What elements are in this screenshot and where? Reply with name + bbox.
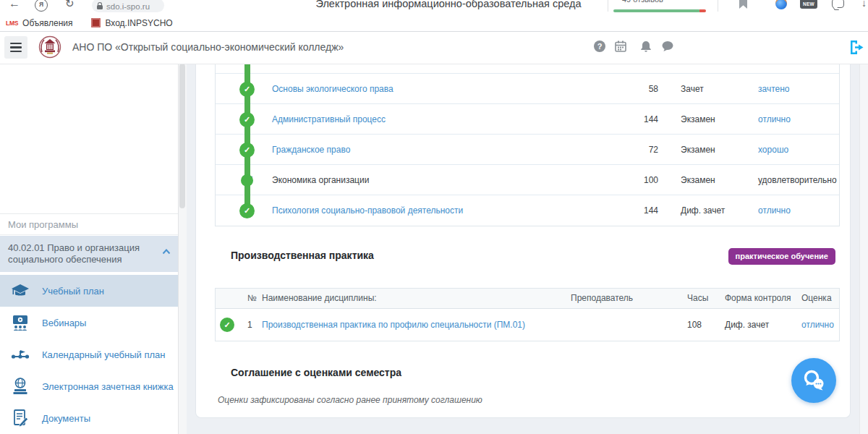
completed-check-icon: ✓ (220, 318, 234, 332)
control-form: Экзамен (681, 104, 715, 135)
rating-bar (613, 9, 700, 12)
hours-value: 144 (624, 104, 658, 135)
menu-toggle-button[interactable] (4, 36, 27, 59)
chevron-up-icon (162, 249, 171, 255)
address-bar[interactable]: sdo.i-spo.ru (92, 0, 164, 12)
table-row: ✓ 1 Производственная практика по профилю… (216, 308, 839, 341)
grade-link[interactable]: отлично (758, 195, 791, 226)
grade-link[interactable]: зачтено (758, 74, 790, 104)
browser-topbar: ← Я ↻ sdo.i-spo.ru Электронная информаци… (0, 0, 868, 14)
messages-icon[interactable] (661, 40, 674, 53)
header-control-form: Форма контроля (725, 289, 791, 308)
program-label: 40.02.01 Право и организация социального… (8, 242, 140, 265)
app-header: АНО ПО «Открытый социально-экономический… (0, 31, 868, 64)
page-scrollbar[interactable] (859, 64, 868, 434)
completed-check-icon: ✓ (239, 112, 255, 127)
lms-favicon: LMS (6, 20, 18, 27)
svg-text:?: ? (597, 42, 603, 51)
emblem-favicon (91, 18, 101, 27)
table-row: 2 Основы экологического права 58 Зачет з… (216, 74, 839, 104)
sidebar-scrollbar[interactable] (178, 64, 187, 434)
site-rating-widget[interactable]: 49 отзывов (612, 0, 707, 14)
control-form: Экзамен (681, 135, 715, 165)
grade-link[interactable]: отлично (758, 104, 791, 135)
sidebar-item-gradebook[interactable]: Электронная зачетная книжка (0, 370, 178, 402)
new-badge[interactable]: NEW (800, 0, 817, 9)
notifications-bell-icon[interactable] (639, 40, 652, 53)
rating-bar-tip (699, 9, 706, 12)
globe-books-icon (10, 376, 30, 396)
sidebar-item-calendar-plan[interactable]: Календарный учебный план (0, 339, 178, 370)
header-grade: Оценка (801, 289, 832, 308)
discipline-link[interactable]: Психология социально-правовой деятельнос… (272, 195, 463, 226)
lock-icon (97, 5, 103, 9)
sidebar-item-curriculum[interactable]: Учебный план (0, 275, 178, 307)
bookmarks-bar: LMS Объявления Вход.INPSYCHO (0, 14, 868, 32)
sidebar: Мои программы 40.02.01 Право и организац… (0, 64, 179, 434)
agreement-heading: Соглашение с оценками семестра (231, 367, 401, 378)
header-teacher: Преподаватель (571, 289, 633, 308)
completed-check-icon: ✓ (239, 142, 255, 158)
back-icon[interactable]: ← (9, 0, 20, 9)
scrollbar-thumb[interactable] (179, 64, 185, 208)
divider (718, 0, 718, 12)
agreement-note: Оценки зафиксированы согласно ранее прин… (218, 395, 482, 405)
row-number: 1 (247, 308, 252, 341)
bookmark-inpsycho[interactable]: Вход.INPSYCHO (91, 18, 172, 28)
screen: ← Я ↻ sdo.i-spo.ru Электронная информаци… (0, 0, 868, 434)
hours-value: 100 (624, 165, 658, 195)
bookmark-flag-icon[interactable] (739, 0, 747, 9)
yandex-icon[interactable]: Я (35, 0, 48, 12)
header-number: № (247, 289, 257, 308)
chat-bubbles-icon (800, 367, 827, 394)
table-row: 5 Экономика организации 100 Экзамен удов… (216, 165, 839, 195)
progress-dot-icon (241, 174, 253, 187)
discipline-link[interactable]: Производственная практика по профилю спе… (262, 308, 525, 341)
practical-training-badge[interactable]: практическое обучение (728, 248, 835, 265)
sidebar-item-webinars[interactable]: Вебинары (0, 307, 178, 339)
sidebar-item-label: Электронная зачетная книжка (42, 381, 174, 392)
table-row: 3 Административный процесс 144 Экзамен о… (216, 104, 839, 135)
header-hours: Часы (687, 289, 708, 308)
hours-value: 72 (624, 135, 658, 165)
logout-icon[interactable] (848, 38, 866, 56)
bookmark-announcements[interactable]: LMS Объявления (6, 18, 72, 28)
grade-link[interactable]: хорошо (758, 135, 788, 165)
divider (608, 0, 608, 12)
table-row: 6 Психология социально-правовой деятельн… (216, 195, 839, 226)
discipline-link[interactable]: Административный процесс (272, 104, 386, 135)
semester-table: 2 Основы экологического права 58 Зачет з… (215, 64, 840, 226)
calendar-icon[interactable] (614, 40, 627, 53)
control-form: Диф. зачет (681, 195, 725, 226)
discipline-link[interactable]: Гражданское право (272, 135, 350, 165)
sidebar-section-label: Мои программы (0, 213, 178, 235)
webinar-icon (10, 312, 30, 333)
sidebar-item-label: Документы (42, 413, 90, 424)
control-form: Диф. зачет (725, 308, 769, 341)
help-icon[interactable]: ? (593, 40, 606, 53)
url-text: sdo.i-spo.ru (106, 0, 150, 11)
graduation-cap-icon (10, 281, 30, 301)
sidebar-item-documents[interactable]: Документы (0, 402, 178, 434)
sidebar-program-item[interactable]: 40.02.01 Право и организация социального… (0, 236, 178, 272)
practice-heading: Производственная практика (231, 250, 374, 261)
browser-logo-icon[interactable] (775, 0, 787, 9)
completed-check-icon: ✓ (239, 82, 255, 97)
hours-value: 144 (624, 195, 658, 226)
milestones-icon (10, 344, 30, 365)
sidebar-item-label: Учебный план (42, 286, 104, 297)
header-discipline: Наименование дисциплины: (262, 289, 377, 308)
sidebar-item-label: Календарный учебный план (42, 349, 165, 360)
college-logo (38, 35, 62, 62)
document-pen-icon (10, 408, 30, 428)
completed-check-icon: ✓ (239, 203, 255, 218)
grade-link[interactable]: отлично (801, 308, 834, 341)
discipline-link[interactable]: Основы экологического права (272, 74, 393, 104)
organization-name: АНО ПО «Открытый социально-экономический… (72, 31, 344, 64)
browser-chat-icon[interactable] (832, 0, 844, 8)
download-icon[interactable]: ↓ (861, 0, 867, 9)
reload-icon[interactable]: ↻ (65, 0, 75, 9)
control-form: Экзамен (681, 165, 715, 195)
bookmark-label: Вход.INPSYCHO (105, 18, 172, 28)
support-chat-button[interactable] (791, 358, 836, 403)
